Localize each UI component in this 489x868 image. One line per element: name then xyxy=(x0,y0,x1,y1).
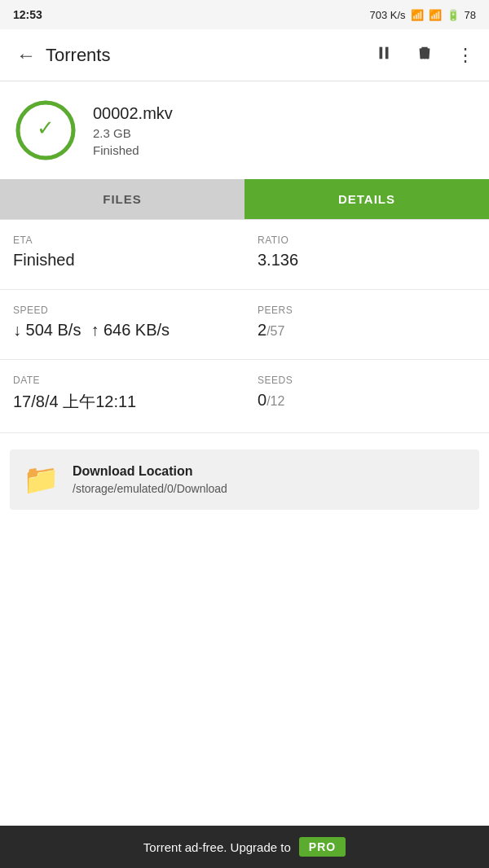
eta-value: Finished xyxy=(13,251,231,270)
detail-seeds: SEEDS 0/12 xyxy=(244,360,489,433)
speed-down: ↓ 504 B/s xyxy=(13,321,81,340)
status-time: 12:53 xyxy=(13,8,42,21)
speed-value: ↓ 504 B/s ↑ 646 KB/s xyxy=(13,321,231,340)
tabs: FILES DETAILS xyxy=(0,179,489,220)
torrent-info: ✓ 00002.mkv 2.3 GB Finished xyxy=(0,81,489,179)
svg-rect-1 xyxy=(385,46,389,59)
back-button[interactable]: ← xyxy=(10,37,42,73)
ad-text: Torrent ad-free. Upgrade to xyxy=(143,840,291,854)
status-bar: 12:53 703 K/s 📶 📶 🔋 78 xyxy=(0,0,489,29)
details-grid: ETA Finished RATIO 3.136 SPEED ↓ 504 B/s… xyxy=(0,220,489,433)
battery-icon: 🔋 xyxy=(447,9,460,21)
delete-button[interactable] xyxy=(411,39,438,72)
seeds-total: /12 xyxy=(267,394,284,408)
peers-total: /57 xyxy=(267,324,284,338)
progress-circle: ✓ xyxy=(13,98,78,163)
peers-connected: 2 xyxy=(258,321,267,339)
date-value: 17/8/4 上午12:11 xyxy=(13,391,231,413)
signal-icon: 📶 xyxy=(429,9,442,21)
detail-peers: PEERS 2/57 xyxy=(244,290,489,360)
status-icons: 703 K/s 📶 📶 🔋 78 xyxy=(369,9,476,21)
toolbar-actions: ⋮ xyxy=(370,39,479,72)
speed-up: ↑ 646 KB/s xyxy=(90,321,170,340)
location-info: Download Location /storage/emulated/0/Do… xyxy=(73,464,227,495)
torrent-name: 00002.mkv xyxy=(93,104,173,123)
svg-text:✓: ✓ xyxy=(37,116,55,140)
torrent-metadata: 00002.mkv 2.3 GB Finished xyxy=(93,104,173,157)
svg-rect-0 xyxy=(380,46,383,59)
pause-button[interactable] xyxy=(370,39,398,72)
location-path: /storage/emulated/0/Download xyxy=(73,482,227,495)
battery-level: 78 xyxy=(465,9,476,21)
tab-files[interactable]: FILES xyxy=(0,179,244,219)
detail-eta: ETA Finished xyxy=(0,220,244,290)
ad-banner[interactable]: Torrent ad-free. Upgrade to PRO xyxy=(0,826,489,868)
wifi-icon: 📶 xyxy=(411,9,424,21)
more-options-button[interactable]: ⋮ xyxy=(452,40,479,71)
detail-ratio: RATIO 3.136 xyxy=(244,220,489,290)
page-title: Torrents xyxy=(46,45,370,66)
folder-icon: 📁 xyxy=(23,462,59,497)
torrent-size: 2.3 GB xyxy=(93,126,173,140)
detail-speed: SPEED ↓ 504 B/s ↑ 646 KB/s xyxy=(0,290,244,360)
speed-indicator: 703 K/s xyxy=(369,9,405,21)
ratio-value: 3.136 xyxy=(258,251,476,270)
app-bar: ← Torrents ⋮ xyxy=(0,29,489,81)
torrent-status: Finished xyxy=(93,143,173,157)
peers-value: 2/57 xyxy=(258,321,476,340)
tab-files-label: FILES xyxy=(103,192,142,206)
eta-label: ETA xyxy=(13,235,231,246)
speed-label: SPEED xyxy=(13,305,231,316)
download-location[interactable]: 📁 Download Location /storage/emulated/0/… xyxy=(10,449,479,510)
tab-details[interactable]: DETAILS xyxy=(244,179,489,219)
date-label: DATE xyxy=(13,375,231,386)
seeds-label: SEEDS xyxy=(258,375,476,386)
ratio-label: RATIO xyxy=(258,235,476,246)
tab-details-label: DETAILS xyxy=(338,192,395,206)
seeds-value: 0/12 xyxy=(258,391,476,410)
peers-label: PEERS xyxy=(258,305,476,316)
location-title: Download Location xyxy=(73,464,227,479)
pro-badge[interactable]: PRO xyxy=(299,837,346,857)
seeds-connected: 0 xyxy=(258,391,267,409)
detail-date: DATE 17/8/4 上午12:11 xyxy=(0,360,244,433)
